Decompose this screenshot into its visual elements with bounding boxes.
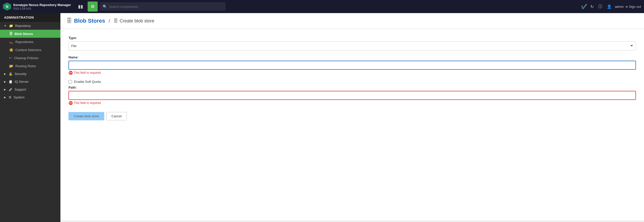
browse-icon-btn[interactable]: ▮▮ (76, 2, 86, 12)
path-error-text: This field is required (74, 101, 101, 105)
type-label: Type: (68, 36, 636, 40)
top-navigation: N Sonatype Nexus Repository Manager OSS … (0, 0, 644, 13)
sidebar-group-repository[interactable]: ▼ 📁 Repository (0, 22, 60, 30)
app-info: Sonatype Nexus Repository Manager OSS 3.… (13, 3, 71, 10)
refresh-icon[interactable]: ↻ (589, 3, 595, 11)
sidebar-group-iq-server[interactable]: ▶ 📋 IQ Server (0, 78, 60, 86)
arrow-right-icon-system: ▶ (4, 96, 6, 99)
breadcrumb-current: 🗄 Create blob store (114, 18, 154, 24)
sidebar-group-support[interactable]: ▶ 💉 Support (0, 86, 60, 93)
name-field-group: Name: ⛔ This field is required (68, 55, 636, 75)
sidebar-header: Administration (0, 13, 60, 22)
search-input[interactable] (109, 5, 223, 9)
search-icon: 🔍 (103, 5, 107, 9)
topnav-right: ✔️ ↻ ⓘ 👤 admin ➔ Sign out (581, 3, 641, 11)
name-input[interactable] (68, 61, 636, 70)
form-button-row: Create blob store Cancel (68, 112, 636, 120)
breadcrumb-parent[interactable]: Blob Stores (74, 18, 105, 24)
path-label: Path: (68, 86, 636, 89)
search-box: 🔍 (100, 2, 226, 11)
support-icon: 💉 (9, 88, 13, 91)
sidebar-item-repositories-label: Repositories (15, 40, 33, 44)
cleanup-policies-icon: ✂ (9, 56, 12, 60)
admin-icon-btn[interactable]: ⚙ (88, 2, 98, 12)
iq-server-icon: 📋 (9, 80, 13, 84)
breadcrumb-parent-icon: 🗄 (66, 18, 72, 24)
sidebar-item-content-selectors[interactable]: 🌟 Content Selectors (0, 46, 60, 54)
main-layout: Administration ▼ 📁 Repository 🗄 Blob Sto… (0, 13, 644, 222)
type-select[interactable]: File S3 (68, 41, 636, 50)
signout-icon: ➔ (625, 5, 628, 9)
arrow-right-icon-iq: ▶ (4, 80, 6, 83)
sidebar-item-content-selectors-label: Content Selectors (15, 48, 41, 52)
name-error-message: ⛔ This field is required (68, 71, 636, 75)
path-error-icon: ⛔ (68, 101, 73, 105)
sidebar-item-cleanup-policies-label: Cleanup Policies (14, 56, 39, 60)
help-icon[interactable]: ⓘ (597, 3, 604, 11)
sidebar: Administration ▼ 📁 Repository 🗄 Blob Sto… (0, 13, 60, 222)
create-blob-store-button[interactable]: Create blob store (68, 112, 104, 120)
blob-stores-icon: 🗄 (9, 32, 13, 36)
sidebar-item-blob-stores[interactable]: 🗄 Blob Stores (0, 30, 60, 38)
arrow-right-icon-support: ▶ (4, 88, 6, 91)
repository-icon: 📁 (9, 24, 13, 28)
user-label: admin (615, 5, 624, 9)
content-header: 🗄 Blob Stores / 🗄 Create blob store (60, 13, 644, 29)
breadcrumb-current-label: Create blob store (120, 18, 154, 24)
name-error-icon: ⛔ (68, 71, 73, 75)
signout-label: Sign out (629, 5, 641, 9)
path-field-group: Path: ⛔ This field is required (68, 86, 636, 105)
soft-quota-row: Enable Soft Quota (68, 80, 636, 84)
routing-rules-icon: 📂 (9, 64, 13, 68)
sidebar-item-routing-rules[interactable]: 📂 Routing Rules (0, 62, 60, 70)
app-version: OSS 3.18.0-01 (13, 7, 71, 10)
signout-button[interactable]: ➔ Sign out (625, 5, 641, 9)
path-input[interactable] (68, 91, 636, 100)
logo-icon: N (3, 3, 11, 11)
name-error-text: This field is required (74, 71, 101, 75)
soft-quota-label[interactable]: Enable Soft Quota (74, 80, 101, 84)
sidebar-group-iq-server-label: IQ Server (15, 80, 29, 84)
breadcrumb-current-icon: 🗄 (114, 18, 118, 24)
main-content: 🗄 Blob Stores / 🗄 Create blob store Type… (60, 13, 644, 222)
content-selectors-icon: 🌟 (9, 48, 13, 52)
breadcrumb-separator: / (109, 18, 110, 24)
sidebar-item-cleanup-policies[interactable]: ✂ Cleanup Policies (0, 54, 60, 62)
sidebar-item-routing-rules-label: Routing Rules (15, 64, 36, 68)
system-icon: ⚙ (9, 95, 12, 99)
sidebar-group-repository-label: Repository (15, 24, 31, 28)
app-name: Sonatype Nexus Repository Manager (13, 3, 71, 7)
user-icon: 👤 (605, 3, 613, 11)
status-ok-icon: ✔️ (581, 4, 587, 10)
sidebar-group-security[interactable]: ▶ 🔓 Security (0, 70, 60, 78)
form-area: Type: File S3 Name: ⛔ This field is requ… (60, 29, 644, 220)
repositories-icon: 👞 (9, 40, 13, 44)
type-field-group: Type: File S3 (68, 36, 636, 50)
soft-quota-checkbox[interactable] (68, 80, 72, 84)
sidebar-group-system[interactable]: ▶ ⚙ System (0, 93, 60, 101)
sidebar-item-blob-stores-label: Blob Stores (15, 32, 33, 36)
arrow-down-icon: ▼ (4, 24, 7, 27)
app-logo: N Sonatype Nexus Repository Manager OSS … (3, 3, 74, 11)
sidebar-group-system-label: System (14, 95, 24, 99)
sidebar-group-security-label: Security (15, 72, 26, 76)
sidebar-group-support-label: Support (15, 88, 26, 91)
path-error-message: ⛔ This field is required (68, 101, 636, 105)
cancel-button[interactable]: Cancel (106, 112, 127, 120)
name-label: Name: (68, 55, 636, 59)
security-icon: 🔓 (9, 72, 13, 76)
arrow-right-icon-security: ▶ (4, 72, 6, 75)
sidebar-item-repositories[interactable]: 👞 Repositories (0, 38, 60, 46)
